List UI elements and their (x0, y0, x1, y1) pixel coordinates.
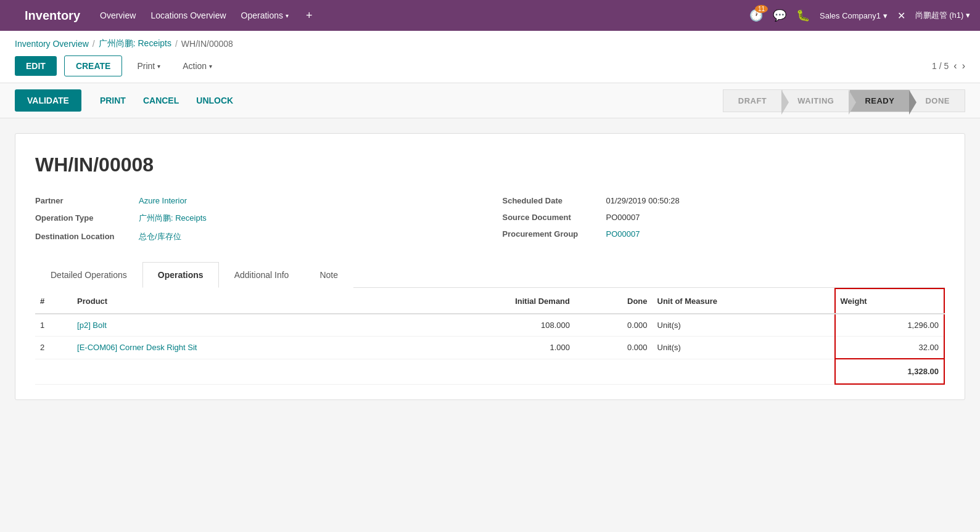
action-button[interactable]: Action ▾ (175, 56, 220, 76)
status-actions: VALIDATE PRINT CANCEL UNLOCK (15, 83, 242, 118)
footer-weight-total: 1,328.00 (835, 359, 944, 384)
col-header-product: Product (72, 289, 408, 314)
company-selector[interactable]: Sales Company1 ▾ (820, 11, 887, 20)
add-button[interactable]: + (306, 9, 313, 22)
cell-unit-0: Unit(s) (653, 314, 835, 337)
scheduled-date-label: Scheduled Date (503, 196, 601, 205)
partner-value[interactable]: Azure Interior (139, 196, 187, 205)
nav-operations-link[interactable]: Operations (241, 10, 283, 20)
table-row: 2 [E-COM06] Corner Desk Right Sit 1.000 … (35, 337, 944, 359)
fields-right: Scheduled Date 01/29/2019 00:50:28 Sourc… (503, 196, 945, 242)
cell-num-1: 2 (35, 337, 72, 359)
clock-badge-wrap[interactable]: 🕐 11 (749, 9, 763, 22)
nav-locations-overview[interactable]: Locations Overview (150, 10, 226, 20)
procurement-group-field-row: Procurement Group PO00007 (503, 229, 945, 239)
breadcrumb-sep-1: / (93, 39, 95, 49)
cell-unit-1: Unit(s) (653, 337, 835, 359)
status-bar: VALIDATE PRINT CANCEL UNLOCK DRAFT WAITI… (0, 83, 980, 118)
tab-additional-info[interactable]: Additional Info (219, 262, 305, 288)
source-document-field-row: Source Document PO00007 (503, 213, 945, 222)
breadcrumb-current: WH/IN/00008 (181, 39, 233, 49)
action-dropdown-icon: ▾ (209, 63, 212, 70)
print-status-button[interactable]: PRINT (91, 89, 134, 112)
footer-empty-3 (408, 359, 575, 384)
pipeline-draft[interactable]: DRAFT (723, 89, 783, 112)
cell-initial-demand-0: 108.000 (408, 314, 575, 337)
nav-overview[interactable]: Overview (100, 10, 136, 20)
fields-left: Partner Azure Interior Operation Type 广州… (35, 196, 478, 242)
cell-done-0: 0.000 (575, 314, 653, 337)
col-header-done: Done (575, 289, 653, 314)
cell-num-0: 1 (35, 314, 72, 337)
breadcrumb-receipts[interactable]: 广州尚鹏: Receipts (99, 38, 171, 49)
scheduled-date-field-row: Scheduled Date 01/29/2019 00:50:28 (503, 196, 945, 205)
chat-icon[interactable]: 💬 (773, 9, 786, 22)
cell-weight-1: 32.00 (835, 337, 944, 359)
source-document-value: PO00007 (606, 213, 640, 222)
notification-badge: 11 (755, 5, 768, 13)
col-header-weight: Weight (835, 289, 944, 314)
table-row: 1 [p2] Bolt 108.000 0.000 Unit(s) 1,296.… (35, 314, 944, 337)
top-nav-right: 🕐 11 💬 🐛 Sales Company1 ▾ ✕ 尚鹏超管 (h1) ▾ (749, 9, 970, 22)
toolbar: EDIT CREATE Print ▾ Action ▾ 1 / 5 ‹ › (0, 49, 980, 83)
nav-operations[interactable]: Operations ▾ (241, 10, 289, 20)
footer-empty-2 (72, 359, 408, 384)
pipeline-ready[interactable]: READY (849, 89, 910, 112)
breadcrumb: Inventory Overview / 广州尚鹏: Receipts / WH… (0, 31, 980, 49)
table-footer-row: 1,328.00 (35, 359, 944, 384)
record-card: WH/IN/00008 Partner Azure Interior Opera… (15, 133, 965, 400)
operation-type-field-row: Operation Type 广州尚鹏: Receipts (35, 213, 478, 224)
cell-product-0[interactable]: [p2] Bolt (72, 314, 408, 337)
print-dropdown-icon: ▾ (157, 63, 160, 70)
col-header-initial-demand: Initial Demand (408, 289, 575, 314)
breadcrumb-inventory-overview[interactable]: Inventory Overview (15, 39, 89, 49)
destination-location-label: Destination Location (35, 232, 134, 241)
source-document-label: Source Document (503, 213, 601, 222)
destination-location-field-row: Destination Location 总仓/库存位 (35, 231, 478, 242)
close-button[interactable]: ✕ (897, 10, 905, 22)
col-header-unit: Unit of Measure (653, 289, 835, 314)
procurement-group-label: Procurement Group (503, 229, 601, 239)
print-button[interactable]: Print ▾ (130, 56, 168, 76)
pagination-text: 1 / 5 (932, 61, 949, 71)
operations-table: # Product Initial Demand Done Unit of Me… (35, 288, 945, 385)
operation-type-label: Operation Type (35, 213, 134, 223)
edit-button[interactable]: EDIT (15, 56, 57, 76)
destination-location-value[interactable]: 总仓/库存位 (139, 231, 181, 242)
bug-icon[interactable]: 🐛 (796, 9, 810, 22)
status-pipeline: DRAFT WAITING READY DONE (723, 89, 965, 112)
col-header-num: # (35, 289, 72, 314)
user-menu[interactable]: 尚鹏超管 (h1) ▾ (915, 10, 970, 21)
validate-button[interactable]: VALIDATE (15, 89, 81, 112)
operation-type-value[interactable]: 广州尚鹏: Receipts (139, 213, 207, 224)
cell-weight-0: 1,296.00 (835, 314, 944, 337)
scheduled-date-value: 01/29/2019 00:50:28 (606, 196, 680, 205)
unlock-button[interactable]: UNLOCK (187, 89, 242, 112)
cell-done-1: 0.000 (575, 337, 653, 359)
pipeline-done[interactable]: DONE (910, 89, 965, 112)
tab-note[interactable]: Note (304, 262, 353, 288)
fields-grid: Partner Azure Interior Operation Type 广州… (35, 196, 945, 242)
cell-product-1[interactable]: [E-COM06] Corner Desk Right Sit (72, 337, 408, 359)
app-title: Inventory (25, 9, 80, 23)
top-navigation: ⁤ Inventory Overview Locations Overview … (0, 0, 980, 31)
main-content: WH/IN/00008 Partner Azure Interior Opera… (0, 118, 980, 488)
partner-label: Partner (35, 196, 134, 205)
prev-record-button[interactable]: ‹ (953, 60, 957, 72)
partner-field-row: Partner Azure Interior (35, 196, 478, 205)
pagination-controls: 1 / 5 ‹ › (932, 60, 965, 72)
next-record-button[interactable]: › (962, 60, 965, 72)
tab-detailed-operations[interactable]: Detailed Operations (35, 262, 142, 288)
footer-empty-5 (653, 359, 835, 384)
tabs-bar: Detailed Operations Operations Additiona… (35, 262, 945, 288)
print-label: Print (137, 61, 155, 71)
procurement-group-value[interactable]: PO00007 (606, 229, 640, 239)
pipeline-waiting[interactable]: WAITING (782, 89, 849, 112)
breadcrumb-sep-2: / (175, 39, 178, 49)
tab-operations[interactable]: Operations (142, 262, 219, 288)
create-button[interactable]: CREATE (64, 55, 123, 76)
table-header-row: # Product Initial Demand Done Unit of Me… (35, 289, 944, 314)
footer-empty-1 (35, 359, 72, 384)
cancel-button[interactable]: CANCEL (134, 89, 187, 112)
operations-dropdown-arrow: ▾ (286, 12, 289, 19)
